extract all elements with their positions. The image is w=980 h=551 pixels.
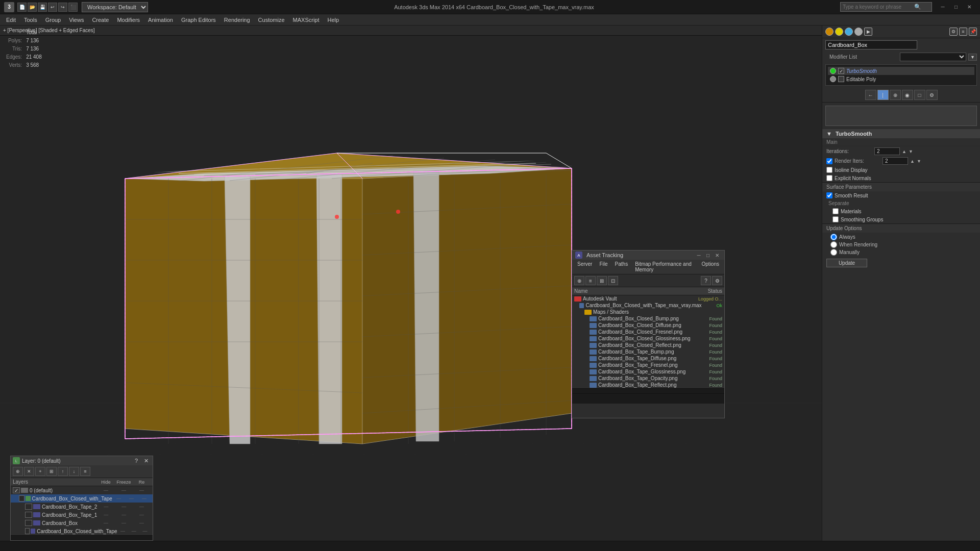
turbosmooth-bulb[interactable] xyxy=(830,68,836,74)
asset-row[interactable]: Cardboard_Box_Tape_Reflect.png Found xyxy=(572,382,724,388)
layer-row[interactable]: Cardboard_Box_Tape_1 — — — xyxy=(11,511,153,519)
asset-row[interactable]: Maps / Shaders xyxy=(572,309,724,315)
layer-row-hide[interactable]: — xyxy=(112,496,125,501)
workspace-dropdown[interactable]: Workspace: Default xyxy=(82,2,148,12)
asset-menu-server[interactable]: Server xyxy=(574,261,595,273)
layer-row-check[interactable]: ✓ xyxy=(13,487,20,493)
render-iters-spinner-up[interactable]: ▲ xyxy=(910,159,915,164)
always-radio[interactable] xyxy=(830,234,837,240)
asset-menu-file[interactable]: File xyxy=(596,261,610,273)
menu-item-animation[interactable]: Animation xyxy=(144,16,177,24)
asset-row[interactable]: Cardboard_Box_Tape_Opacity.png Found xyxy=(572,375,724,382)
minimize-button[interactable]: ─ xyxy=(936,2,949,13)
iterations-input[interactable] xyxy=(874,147,900,155)
layer-row-freeze[interactable]: — xyxy=(115,504,133,509)
close-button[interactable]: ✕ xyxy=(963,2,976,13)
render-iters-spinner-down[interactable]: ▼ xyxy=(917,159,921,164)
layer-row-check[interactable] xyxy=(19,495,24,502)
asset-scrollbar-h[interactable] xyxy=(572,388,724,393)
search-input[interactable] xyxy=(843,4,914,10)
layer-row-check[interactable] xyxy=(25,504,32,510)
search-icon[interactable]: 🔍 xyxy=(914,4,921,10)
utilities-icon[interactable]: ⚙ xyxy=(926,90,938,100)
manually-radio[interactable] xyxy=(830,249,837,256)
asset-minimize-btn[interactable]: ─ xyxy=(695,252,703,259)
layer-row-re[interactable]: — xyxy=(138,496,151,501)
menu-item-tools[interactable]: Tools xyxy=(20,16,41,24)
redo-icon[interactable]: ↪ xyxy=(58,3,67,12)
maximize-button[interactable]: □ xyxy=(949,2,963,13)
modifier-list-select[interactable] xyxy=(900,53,966,61)
motion-icon[interactable]: ◉ xyxy=(902,90,913,100)
layer-row[interactable]: Cardboard_Box_Closed_with_Tape — — — xyxy=(11,527,153,535)
layer-row-freeze[interactable]: — xyxy=(128,529,139,534)
open-icon[interactable]: 📂 xyxy=(28,3,37,12)
layer-row-hide[interactable]: — xyxy=(97,520,115,525)
layer-row[interactable]: Cardboard_Box_Tape_2 — — — xyxy=(11,503,153,511)
asset-row[interactable]: Cardboard_Box_Closed_Bump.png Found xyxy=(572,315,724,322)
layer-toolbar-btn1[interactable]: ⊕ xyxy=(13,467,23,476)
editable-poly-check[interactable] xyxy=(838,76,844,82)
asset-row[interactable]: Cardboard_Box_Closed_Glossiness.png Foun… xyxy=(572,335,724,342)
object-name-input[interactable] xyxy=(825,40,917,49)
asset-toolbar-help[interactable]: ? xyxy=(701,276,711,285)
render-iters-input[interactable] xyxy=(883,157,908,165)
modifier-dropdown-btn[interactable]: ▼ xyxy=(968,54,977,61)
turbosmooth-section-header[interactable]: ▼ TurboSmooth xyxy=(822,129,980,138)
menu-item-group[interactable]: Group xyxy=(41,16,65,24)
asset-toolbar-btn2[interactable]: ≡ xyxy=(585,276,596,285)
layer-row-re[interactable]: — xyxy=(133,488,151,493)
layer-toolbar-btn4[interactable]: ⊞ xyxy=(46,467,57,476)
layer-row-re[interactable]: — xyxy=(133,504,151,509)
layer-row-check[interactable] xyxy=(25,520,32,526)
modifier-icon[interactable]: | xyxy=(877,90,889,100)
layer-row-freeze[interactable]: — xyxy=(115,488,133,493)
render-iters-checkbox[interactable] xyxy=(826,158,832,164)
layer-row-hide[interactable]: — xyxy=(97,504,115,509)
smoothing-groups-checkbox[interactable] xyxy=(832,216,839,222)
asset-row[interactable]: Cardboard_Box_Closed_with_Tape_max_vray.… xyxy=(572,302,724,309)
pin-icon[interactable]: 📌 xyxy=(969,28,977,36)
menu-item-modifiers[interactable]: Modifiers xyxy=(113,16,144,24)
editable-poly-item[interactable]: Editable Poly xyxy=(828,75,974,83)
menu-item-rendering[interactable]: Rendering xyxy=(220,16,254,24)
asset-menu-options[interactable]: Options xyxy=(699,261,722,273)
menu-item-edit[interactable]: Edit xyxy=(2,16,20,24)
asset-row[interactable]: Cardboard_Box_Tape_Fresnel.png Found xyxy=(572,362,724,368)
layer-toolbar-btn5[interactable]: ↑ xyxy=(58,467,68,476)
asset-close-btn[interactable]: ✕ xyxy=(713,252,721,259)
hierarchy-icon[interactable]: ⊕ xyxy=(890,90,901,100)
window-controls[interactable]: ─ □ ✕ xyxy=(936,2,976,13)
explicit-normals-checkbox[interactable] xyxy=(826,175,832,181)
turbosmooth-check[interactable]: ✓ xyxy=(838,68,844,74)
asset-menu-bitmap-performance-and-memory[interactable]: Bitmap Performance and Memory xyxy=(632,261,697,273)
render-setup-icon[interactable]: ⬛ xyxy=(68,3,78,12)
asset-toolbar-btn4[interactable]: ⊡ xyxy=(608,276,618,285)
undo-icon[interactable]: ↩ xyxy=(48,3,57,12)
menu-item-help[interactable]: Help xyxy=(324,16,344,24)
isoline-display-checkbox[interactable] xyxy=(826,167,832,173)
asset-row[interactable]: Autodesk Vault Logged O... xyxy=(572,295,724,302)
menu-item-graph-editors[interactable]: Graph Editors xyxy=(177,16,220,24)
layer-row-re[interactable]: — xyxy=(133,512,151,517)
asset-menu-paths[interactable]: Paths xyxy=(612,261,631,273)
layer-row-freeze[interactable]: — xyxy=(125,496,138,501)
asset-row[interactable]: Cardboard_Box_Tape_Diffuse.png Found xyxy=(572,355,724,362)
pin-toolbar-icon[interactable]: ← xyxy=(865,90,876,100)
asset-row[interactable]: Cardboard_Box_Tape_Glossiness.png Found xyxy=(572,368,724,375)
asset-row[interactable]: Cardboard_Box_Closed_Diffuse.png Found xyxy=(572,322,724,329)
quick-access-toolbar[interactable]: 📄 📂 💾 ↩ ↪ ⬛ xyxy=(17,3,78,12)
asset-toolbar-settings[interactable]: ⚙ xyxy=(712,276,722,285)
menu-item-views[interactable]: Views xyxy=(65,16,88,24)
asset-maximize-btn[interactable]: □ xyxy=(704,252,712,259)
materials-checkbox[interactable] xyxy=(832,208,839,214)
asset-row[interactable]: Cardboard_Box_Closed_Fresnel.png Found xyxy=(572,329,724,335)
layer-toolbar-btn6[interactable]: ↓ xyxy=(69,467,79,476)
layer-toolbar-btn7[interactable]: ≡ xyxy=(80,467,90,476)
layer-scrollbar[interactable] xyxy=(11,535,153,540)
panel-settings-icon[interactable]: ≡ xyxy=(959,28,967,36)
asset-toolbar-btn3[interactable]: ⊞ xyxy=(597,276,607,285)
layer-row-hide[interactable]: — xyxy=(117,529,129,534)
menu-item-customize[interactable]: Customize xyxy=(254,16,289,24)
smooth-result-checkbox[interactable] xyxy=(826,192,832,198)
